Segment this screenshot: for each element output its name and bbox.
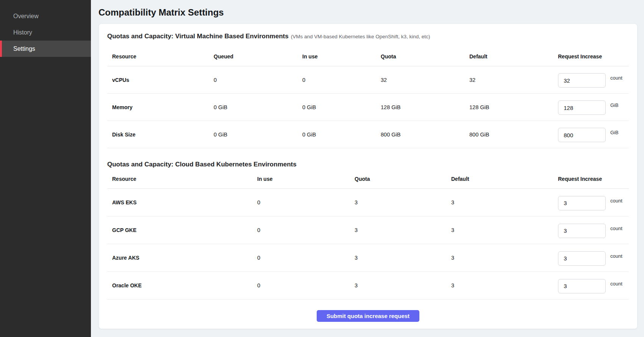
- vm-col-header-request-increase: Request Increase: [558, 53, 629, 60]
- vm-col-header-default: Default: [469, 53, 558, 60]
- unit-label: count: [610, 226, 622, 231]
- default-value: 800 GiB: [469, 132, 558, 138]
- quota-value: 32: [381, 77, 469, 83]
- default-value: 3: [451, 255, 558, 261]
- quota-value: 3: [355, 199, 451, 205]
- in-use-value: 0: [257, 282, 355, 288]
- quota-value: 800 GiB: [381, 132, 469, 138]
- request-increase-input[interactable]: [558, 100, 606, 115]
- quota-value: 3: [355, 282, 451, 288]
- unit-label: GiB: [610, 102, 619, 108]
- default-value: 3: [451, 227, 558, 233]
- resource-name: Disk Size: [112, 132, 214, 138]
- request-increase-input[interactable]: [558, 251, 606, 266]
- sidebar: Overview History Settings: [0, 0, 91, 337]
- k8s-table-body: AWS EKS 0 3 3 count GCP GKE 0 3 3: [107, 189, 629, 299]
- request-increase-input[interactable]: [558, 224, 606, 238]
- request-increase-cell: count: [558, 195, 629, 210]
- request-increase-input[interactable]: [558, 279, 606, 293]
- settings-card: Quotas and Capacity: Virtual Machine Bas…: [98, 24, 638, 329]
- request-increase-input[interactable]: [558, 73, 606, 88]
- submit-row: Submit quota increase request: [107, 299, 629, 322]
- in-use-value: 0 GiB: [302, 104, 381, 110]
- sidebar-item-label: Overview: [13, 13, 39, 20]
- k8s-col-header-resource: Resource: [112, 176, 257, 182]
- quota-value: 3: [355, 227, 451, 233]
- default-value: 32: [469, 77, 558, 83]
- in-use-value: 0: [302, 77, 381, 83]
- k8s-table-row: Oracle OKE 0 3 3 count: [107, 272, 629, 299]
- unit-label: count: [610, 281, 622, 287]
- vm-table-row: Disk Size 0 GiB 0 GiB 800 GiB 800 GiB Gi…: [107, 121, 629, 148]
- request-increase-cell: count: [558, 250, 629, 266]
- vm-col-header-resource: Resource: [112, 53, 214, 60]
- vm-section-title: Quotas and Capacity: Virtual Machine Bas…: [107, 31, 629, 42]
- sidebar-item[interactable]: Overview: [0, 8, 91, 24]
- k8s-section-title-text: Quotas and Capacity: Cloud Based Kuberne…: [107, 161, 297, 168]
- default-value: 3: [451, 199, 558, 205]
- request-increase-cell: count: [558, 223, 629, 238]
- request-increase-cell: count: [558, 72, 629, 88]
- k8s-table-row: Azure AKS 0 3 3 count: [107, 244, 629, 272]
- vm-table-row: Memory 0 GiB 0 GiB 128 GiB 128 GiB GiB: [107, 94, 629, 121]
- default-value: 3: [451, 282, 558, 288]
- sidebar-item[interactable]: History: [0, 24, 91, 41]
- k8s-table-row: AWS EKS 0 3 3 count: [107, 189, 629, 216]
- vm-quota-table: Resource Queued In use Quota Default Req…: [107, 42, 629, 148]
- k8s-col-header-default: Default: [451, 176, 558, 182]
- unit-label: GiB: [610, 130, 619, 135]
- queued-value: 0 GiB: [214, 104, 302, 110]
- request-increase-cell: GiB: [558, 99, 629, 115]
- vm-table-body: vCPUs 0 0 32 32 count Memory 0 GiB 0 GiB: [107, 66, 629, 148]
- unit-label: count: [610, 253, 622, 259]
- vm-col-header-in-use: In use: [302, 53, 381, 60]
- request-increase-cell: count: [558, 278, 629, 293]
- resource-name: AWS EKS: [112, 199, 257, 205]
- vm-section-title-text: Quotas and Capacity: Virtual Machine Bas…: [107, 33, 289, 40]
- k8s-section-title: Quotas and Capacity: Cloud Based Kuberne…: [107, 160, 629, 169]
- k8s-col-header-request-increase: Request Increase: [558, 176, 629, 182]
- resource-name: Memory: [112, 104, 214, 110]
- default-value: 128 GiB: [469, 104, 558, 110]
- k8s-quota-table: Resource In use Quota Default Request In…: [107, 169, 629, 299]
- queued-value: 0: [214, 77, 302, 83]
- sidebar-nav: Overview History Settings: [0, 0, 91, 57]
- k8s-table-row: GCP GKE 0 3 3 count: [107, 216, 629, 244]
- vm-col-header-quota: Quota: [381, 53, 469, 60]
- in-use-value: 0 GiB: [302, 132, 381, 138]
- resource-name: vCPUs: [112, 77, 214, 83]
- resource-name: GCP GKE: [112, 227, 257, 233]
- resource-name: Azure AKS: [112, 255, 257, 261]
- unit-label: count: [610, 198, 622, 204]
- unit-label: count: [610, 75, 622, 81]
- quota-value: 3: [355, 255, 451, 261]
- in-use-value: 0: [257, 199, 355, 205]
- request-increase-input[interactable]: [558, 196, 606, 210]
- sidebar-item-label: History: [13, 29, 32, 36]
- request-increase-input[interactable]: [558, 128, 606, 142]
- vm-col-header-queued: Queued: [214, 53, 302, 60]
- sidebar-item[interactable]: Settings: [0, 41, 91, 57]
- in-use-value: 0: [257, 255, 355, 261]
- resource-name: Oracle OKE: [112, 282, 257, 288]
- k8s-col-header-quota: Quota: [355, 176, 451, 182]
- queued-value: 0 GiB: [214, 132, 302, 138]
- quota-value: 128 GiB: [381, 104, 469, 110]
- submit-quota-button[interactable]: Submit quota increase request: [317, 310, 419, 322]
- vm-table-row: vCPUs 0 0 32 32 count: [107, 66, 629, 94]
- vm-section-subtitle: (VMs and VM-based Kubernetes like OpenSh…: [291, 34, 430, 39]
- vm-table-header-row: Resource Queued In use Quota Default Req…: [107, 42, 629, 66]
- k8s-col-header-in-use: In use: [257, 176, 355, 182]
- sidebar-item-label: Settings: [13, 45, 35, 52]
- k8s-table-header-row: Resource In use Quota Default Request In…: [107, 169, 629, 189]
- in-use-value: 0: [257, 227, 355, 233]
- page-title: Compatibility Matrix Settings: [98, 7, 638, 17]
- main-content: Compatibility Matrix Settings Quotas and…: [91, 0, 644, 337]
- request-increase-cell: GiB: [558, 127, 629, 142]
